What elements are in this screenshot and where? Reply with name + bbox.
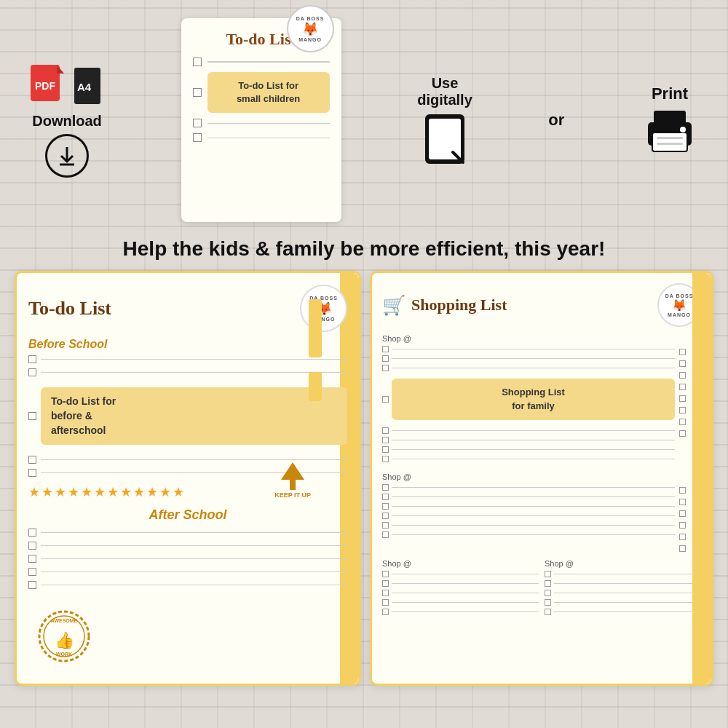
download-area: PDF A4 Download [29,63,105,178]
main-container: PDF A4 Download [0,0,728,728]
todo-row-as-4 [28,568,347,576]
star-11: ★ [159,484,171,500]
svg-marker-16 [281,462,304,490]
shop-cb-r [679,384,686,390]
todo-preview-row-3 [193,119,330,127]
shop-cb [382,531,389,538]
checkbox-line [207,138,330,139]
todo-row-bs-2 [28,368,347,376]
headline-text: Help the kids & family be more efficient… [123,237,606,260]
shop-line [392,430,675,431]
shop-line [392,358,675,359]
headline-section: Help the kids & family be more efficient… [7,233,721,271]
shop-row-s4-5 [545,609,701,615]
star-3: ★ [55,484,66,500]
checkbox-bs-4 [28,456,36,464]
before-school-label: Before School [28,338,347,351]
shop-row-s2-1 [382,484,675,491]
shop-row-2 [382,355,675,362]
star-5: ★ [81,484,92,500]
checkbox-bs-5 [28,469,36,477]
download-circle [45,134,89,178]
shop-cb-r [679,499,686,505]
yellow-accent-2 [309,372,322,401]
shop-cb-r [679,395,686,402]
checkbox-as-2 [28,542,36,550]
shop-cb [382,503,389,510]
svg-text:AWESOME: AWESOME [51,618,78,623]
shop-cb [382,484,389,491]
shop-line [392,496,675,497]
shop-line [392,506,675,507]
shop-row-s4-2 [545,580,701,587]
shop-row-s4-4 [545,599,701,606]
shop-cb [382,456,389,462]
shop-at-3: Shop @ [382,559,539,568]
shop-row-s3-3 [382,590,539,596]
shop-row-s4-3 [545,590,701,596]
awesome-work-badge: AWESOME 👍 WORK [36,608,92,665]
shop-cb-r [679,372,686,379]
shop-cb-r [679,430,686,437]
shop-cb [382,522,389,529]
shop-line [392,525,675,526]
shopping-label-box: Shopping List for family [392,379,675,419]
logo-top-card: DA BOSS 🦊 MANGO [287,5,334,52]
shop-line [392,583,539,584]
logo-top-r: DA BOSS [665,293,694,298]
pdf-icon: PDF [29,63,67,108]
shop-line [392,515,675,516]
shop-line [392,487,675,488]
star-4: ★ [68,484,79,500]
after-school-label: After School [28,507,347,523]
shop-at-4: Shop @ [545,559,701,568]
shop-row-s2-3 [382,503,675,510]
todo-label-box: To-do List for small children [207,72,330,113]
todo-row-as-1 [28,529,347,537]
shop-row-s2-6 [382,531,675,538]
todo-line-as [41,558,347,559]
svg-point-15 [680,127,686,132]
shop-section-3-right: Shop @ [545,559,701,618]
or-label: or [548,111,564,130]
shop-line [392,368,675,368]
star-6: ★ [94,484,106,500]
shop-cb [382,446,389,453]
todo-line [41,372,347,373]
checkbox-bs-3 [28,412,36,420]
shop-row-s3-2 [382,580,539,587]
checkbox-as-3 [28,555,36,563]
checkbox-as-4 [28,568,36,576]
shopping-label-text: Shopping List for family [400,386,666,412]
shop-cb [382,571,389,577]
todo-row-as-2 [28,542,347,550]
shop-row-1 [382,346,675,352]
shop-col-left-2 [382,484,675,552]
shop-line [554,574,701,574]
left-label-text: To-do List for before & afterschool [51,395,337,438]
shop-line [392,349,675,349]
shop-line [554,602,701,603]
shop-section-1: Shop @ Shopping List for family [382,334,701,464]
shop-section-3-row: Shop @ Shop @ [382,559,701,618]
keep-it-up-arrow-icon [277,459,309,491]
shop-section-3-left: Shop @ [382,559,539,618]
shop-row-s2-5 [382,522,675,529]
todo-line-as [41,571,347,572]
logo-top-text: DA BOSS [296,16,325,21]
shop-row-s3-5 [382,609,539,615]
svg-rect-11 [654,111,686,125]
shop-cb [382,427,389,434]
shop-row-s3-1 [382,571,539,577]
fox-emoji-r: 🦊 [672,298,687,312]
checkbox-line [207,123,330,124]
yellow-accent-1 [309,299,322,357]
checkbox-line [207,61,330,63]
star-2: ★ [41,484,53,500]
keep-it-up-area: KEEP IT UP [274,459,311,499]
shop-col-left-1: Shopping List for family [382,346,675,464]
shop-cb-r [679,545,686,552]
shop-cb [382,494,389,500]
download-label: Download [32,113,102,130]
shop-cb-r [679,407,686,414]
